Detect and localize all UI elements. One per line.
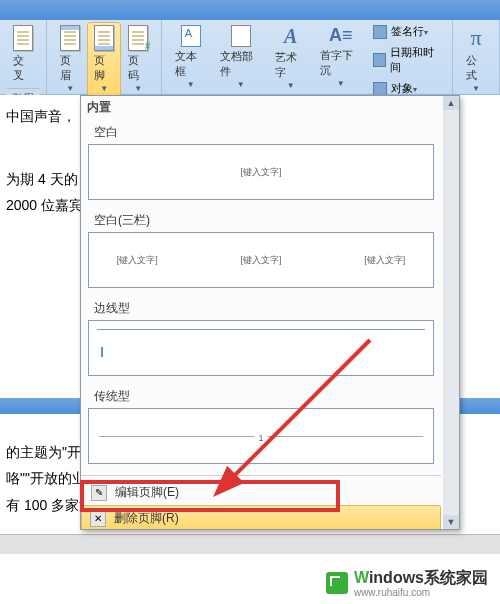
dropcap-label: 首字下沉 (320, 48, 361, 78)
windows-logo-icon (326, 572, 348, 594)
preview-blank3: [键入文字] [键入文字] [键入文字] (88, 232, 434, 288)
group-references: 交叉 引用 (0, 20, 47, 94)
footer-button[interactable]: 页脚 ▼ (87, 22, 121, 96)
parts-label: 文档部件 (220, 49, 261, 79)
edit-footer-label: 编辑页脚(E) (115, 484, 179, 501)
chevron-down-icon: ▼ (134, 84, 142, 93)
gallery-scrollbar[interactable]: ▲ ▼ (443, 96, 459, 529)
preview-trad: 1 (88, 408, 434, 464)
signature-icon (373, 25, 387, 39)
edit-icon: ✎ (91, 485, 107, 501)
chevron-down-icon: ▼ (100, 84, 108, 93)
gallery-item-label: 传统型 (88, 386, 434, 407)
dropcap-button[interactable]: A≡ 首字下沉 ▼ (313, 22, 368, 91)
object-icon (373, 82, 387, 96)
textbox-button[interactable]: 文本框 ▼ (168, 22, 213, 92)
preview-border (88, 320, 434, 376)
watermark-sub: www.ruhaifu.com (354, 587, 488, 598)
chevron-down-icon: ▼ (287, 81, 295, 90)
chevron-down-icon: ▼ (187, 80, 195, 89)
formula-label: 公式 (466, 53, 486, 83)
header-icon (60, 25, 80, 51)
placeholder-text: [键入文字] (240, 166, 281, 179)
scroll-up-icon[interactable]: ▲ (443, 96, 459, 110)
datetime-label: 日期和时间 (390, 45, 441, 75)
wordart-label: 艺术字 (275, 50, 306, 80)
gallery-item-border[interactable]: 边线型 (81, 295, 441, 383)
parts-icon (231, 25, 251, 47)
chevron-down-icon: ▼ (66, 84, 74, 93)
datetime-button[interactable]: 日期和时间 (368, 43, 446, 77)
group-text: 文本框 ▼ 文档部件 ▼ A 艺术字 ▼ A≡ 首字下沉 ▼ 签名 (162, 20, 453, 94)
watermark-text: indows系统家园 (369, 569, 488, 586)
header-label: 页眉 (60, 53, 80, 83)
pagenum-button[interactable]: 页码 ▼ (121, 22, 155, 96)
chevron-down-icon: ▾ (424, 28, 428, 37)
gallery-item-label: 空白(三栏) (88, 210, 434, 231)
scroll-down-icon[interactable]: ▼ (443, 515, 459, 529)
chevron-down-icon: ▼ (237, 80, 245, 89)
watermark: Windows系统家园 www.ruhaifu.com (326, 568, 488, 598)
textbox-label: 文本框 (175, 49, 206, 79)
group-symbols: π 公式 ▼ 符号 (453, 20, 500, 94)
textbox-icon (181, 25, 201, 47)
parts-button[interactable]: 文档部件 ▼ (213, 22, 268, 92)
formula-button[interactable]: π 公式 ▼ (459, 22, 493, 96)
page-number: 1 (254, 433, 267, 443)
wordart-icon: A (284, 25, 297, 48)
preview-blank: [键入文字] (88, 144, 434, 200)
footer-icon (94, 25, 114, 51)
signature-label: 签名行 (391, 24, 424, 39)
object-label: 对象 (391, 81, 413, 96)
gallery-item-label: 边线型 (88, 298, 434, 319)
placeholder-text: [键入文字] (364, 254, 405, 267)
separator (81, 475, 441, 476)
footer-gallery: 内置 空白 [键入文字] 空白(三栏) [键入文字] [键入文字] [键入文字]… (80, 95, 460, 530)
delete-icon: ✕ (90, 511, 106, 527)
remove-footer-label: 删除页脚(R) (114, 510, 179, 527)
header-button[interactable]: 页眉 ▼ (53, 22, 87, 96)
edit-footer-button[interactable]: ✎ 编辑页脚(E) (81, 480, 441, 505)
gallery-category: 内置 (81, 96, 441, 119)
signature-button[interactable]: 签名行 ▾ (368, 22, 446, 41)
cross-ref-button[interactable]: 交叉 (6, 22, 40, 86)
border-accent (101, 347, 103, 357)
dropcap-icon: A≡ (329, 25, 353, 46)
chevron-down-icon: ▼ (472, 84, 480, 93)
gallery-item-trad[interactable]: 传统型 1 (81, 383, 441, 471)
group-header-footer: 页眉 ▼ 页脚 ▼ 页码 ▼ 页眉和页脚 (47, 20, 162, 94)
cross-ref-label: 交叉 (13, 53, 33, 83)
remove-footer-button[interactable]: ✕ 删除页脚(R) (81, 505, 441, 530)
pagenum-label: 页码 (128, 53, 148, 83)
gallery-item-blank3[interactable]: 空白(三栏) [键入文字] [键入文字] [键入文字] (81, 207, 441, 295)
wordart-button[interactable]: A 艺术字 ▼ (268, 22, 313, 93)
cross-ref-icon (13, 25, 33, 51)
chevron-down-icon: ▾ (413, 85, 417, 94)
gallery-item-blank[interactable]: 空白 [键入文字] (81, 119, 441, 207)
placeholder-text: [键入文字] (117, 254, 158, 267)
chat-bar (0, 534, 500, 554)
gallery-item-label: 空白 (88, 122, 434, 143)
chevron-down-icon: ▼ (337, 79, 345, 88)
pagenum-icon (128, 25, 148, 51)
placeholder-text: [键入文字] (240, 254, 281, 267)
date-icon (373, 53, 386, 67)
pi-icon: π (470, 25, 481, 51)
footer-label: 页脚 (94, 53, 114, 83)
